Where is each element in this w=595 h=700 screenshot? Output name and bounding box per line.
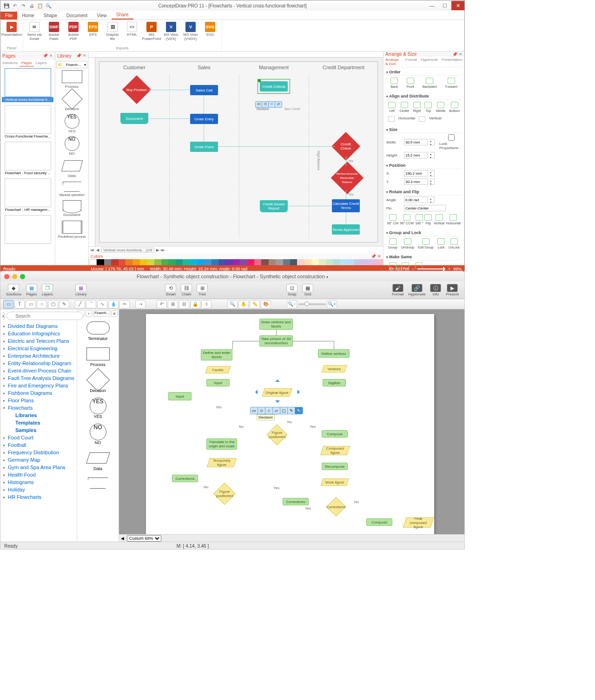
- info-button[interactable]: ⓘInfo: [428, 284, 443, 296]
- node-draw[interactable]: Draw vertices and facets: [259, 319, 293, 330]
- tool-connector[interactable]: ⇢: [135, 300, 145, 308]
- dist-v-icon[interactable]: [419, 116, 425, 122]
- node-corrections3[interactable]: Corrections: [326, 497, 346, 517]
- rotate-180[interactable]: 180 °: [415, 214, 423, 225]
- tab-pages[interactable]: Pages: [20, 60, 34, 66]
- panel-pin-icon[interactable]: 📌 ✕: [452, 52, 463, 57]
- qat-print-icon[interactable]: 🖨: [28, 2, 35, 9]
- chain-button[interactable]: ⛓Chain: [179, 284, 194, 296]
- tool-rect[interactable]: ▭: [26, 300, 36, 308]
- solutions-button[interactable]: ◆Solutions: [4, 284, 23, 296]
- node-corrections2[interactable]: Corrections: [283, 498, 309, 505]
- node-temp-fig[interactable]: Temporary figure: [207, 458, 237, 467]
- tree-item-flowcharts[interactable]: Flowcharts: [2, 404, 75, 412]
- drawing-sheet[interactable]: Customer Sales Management Credit Departm…: [99, 61, 378, 242]
- order-forward[interactable]: Forward: [445, 78, 457, 88]
- tool-color[interactable]: 🎨: [261, 300, 271, 308]
- shape-calc[interactable]: Calculate Credit Terms: [332, 199, 360, 212]
- rotate-ccw[interactable]: 90° CCW: [400, 214, 414, 225]
- zoom-select[interactable]: Custom 68%: [127, 535, 161, 542]
- doc-tab[interactable]: Vertical cross-functiona... (1/6: [101, 248, 154, 253]
- order-backward[interactable]: Backward: [423, 78, 437, 88]
- unlock-btn[interactable]: UnLock: [449, 238, 460, 249]
- tool-group[interactable]: ⊞: [168, 300, 178, 308]
- lib-manual[interactable]: Manual operation: [55, 181, 88, 199]
- tab-home[interactable]: Home: [17, 12, 39, 20]
- presentation-button[interactable]: ▶Presentation: [2, 21, 21, 46]
- tab-document[interactable]: Document: [62, 12, 93, 20]
- lib-decision[interactable]: Decision: [55, 92, 88, 114]
- mlib-no[interactable]: NONO: [79, 424, 117, 450]
- angle-input[interactable]: [404, 196, 428, 203]
- tree-item[interactable]: Food Court: [2, 434, 75, 441]
- doc-nav[interactable]: ◀: [121, 536, 124, 541]
- flip-v[interactable]: Vertical: [434, 214, 444, 225]
- handle-n[interactable]: [275, 377, 280, 382]
- page-thumb[interactable]: Flowchart - HR managem...: [0, 177, 55, 214]
- smart-button[interactable]: ⟲Smart: [163, 284, 178, 296]
- page-thumb[interactable]: [0, 214, 55, 246]
- tree-item[interactable]: Education Infographics: [2, 330, 75, 337]
- zoom-slider[interactable]: [298, 303, 326, 305]
- format-button[interactable]: 🖌Format: [390, 284, 405, 296]
- mlib-decision[interactable]: Decision: [79, 372, 117, 398]
- tab-file[interactable]: File: [0, 12, 17, 20]
- tree-item[interactable]: Fault Tree Analysis Diagrams: [2, 374, 75, 382]
- zoom-in[interactable]: 🔍+: [327, 300, 337, 308]
- qat-search-icon[interactable]: 🔍: [45, 2, 52, 9]
- tool-pen[interactable]: ✎: [59, 300, 69, 308]
- tree-item[interactable]: Fire and Emergency Plans: [2, 382, 75, 389]
- graphic-file-button[interactable]: 🖼Graphic file: [103, 21, 122, 46]
- page-thumb[interactable]: Vertical cross-functional fl...: [0, 67, 55, 104]
- handle-w[interactable]: [253, 390, 258, 394]
- shape-toolbar[interactable]: ▭◇○▱▢✎✎: [250, 407, 303, 414]
- lib-no[interactable]: NONO: [55, 136, 88, 158]
- tool-undo[interactable]: ↶: [157, 300, 167, 308]
- grid-button[interactable]: ▦Grid: [300, 284, 315, 296]
- library-button[interactable]: ▦Library: [73, 284, 88, 296]
- node-fig-pos[interactable]: Figure positioned: [266, 424, 287, 445]
- tool-rounded[interactable]: ▢: [48, 300, 58, 308]
- library-selector[interactable]: 📁Flowch...▾: [56, 61, 87, 68]
- tool-align[interactable]: ⫴: [201, 300, 212, 308]
- node-fig-pos2[interactable]: Figure positioned: [213, 483, 236, 505]
- tool-curve[interactable]: ∿: [97, 300, 107, 308]
- panel-pin-icon[interactable]: 📌 ✕: [371, 254, 381, 259]
- shape-order-form[interactable]: Order Form: [190, 142, 218, 152]
- node-digitize[interactable]: Digitize: [323, 379, 346, 386]
- doc-nav-next[interactable]: ▶: [156, 248, 159, 252]
- group-btn[interactable]: Group: [388, 238, 397, 249]
- align-bottom[interactable]: Bottom: [450, 102, 460, 112]
- tree-item[interactable]: Electric and Telecom Plans: [2, 337, 75, 345]
- tab-format[interactable]: Format: [403, 57, 419, 67]
- tree-sub-templates[interactable]: Templates: [2, 419, 75, 426]
- mlib-data[interactable]: Data: [79, 450, 117, 476]
- page-thumb[interactable]: Cross-Functional Flowcha...: [0, 104, 55, 140]
- tree-item[interactable]: Holiday: [2, 486, 75, 493]
- page-thumb[interactable]: Flowchart - Food security ...: [0, 140, 55, 177]
- flip-h[interactable]: Horizontal: [446, 214, 461, 225]
- layers-button[interactable]: ❐Layers: [40, 284, 55, 296]
- tree-item[interactable]: Frequency Distribution: [2, 449, 75, 456]
- node-composed[interactable]: Composed figure: [320, 446, 350, 455]
- canvas[interactable]: Customer Sales Management Credit Departm…: [95, 58, 383, 246]
- shape-toolbar[interactable]: ▭◇○▱: [255, 101, 282, 108]
- present-button[interactable]: ▶Present: [444, 284, 461, 296]
- tree-item[interactable]: Gym and Spa Area Plans: [2, 464, 75, 471]
- mac-canvas[interactable]: Draw vertices and facets Take picture of…: [119, 309, 464, 542]
- ungroup-btn[interactable]: UnGroup: [401, 238, 414, 249]
- qat-redo-icon[interactable]: ↷: [20, 2, 26, 9]
- node-compose2[interactable]: Compose: [366, 518, 392, 526]
- color-palette[interactable]: [89, 259, 383, 265]
- search-input[interactable]: [7, 312, 83, 320]
- lib-data[interactable]: Data: [55, 158, 88, 181]
- node-def-vertices[interactable]: Define vertices: [318, 349, 350, 358]
- tool-eyedrop[interactable]: 💧: [108, 300, 119, 308]
- tool-line[interactable]: ╱: [75, 300, 85, 308]
- lib-predefined[interactable]: Predefined process: [55, 220, 88, 241]
- node-take-pic[interactable]: Take picture of 3D reconstruction: [259, 335, 293, 347]
- tree-item[interactable]: Entity-Relationship Diagram: [2, 360, 75, 367]
- qat-copy-icon[interactable]: 📋: [37, 2, 43, 9]
- tree-item[interactable]: Divided Bar Diagrams: [2, 322, 75, 330]
- height-spinner[interactable]: ▴▾: [430, 152, 435, 158]
